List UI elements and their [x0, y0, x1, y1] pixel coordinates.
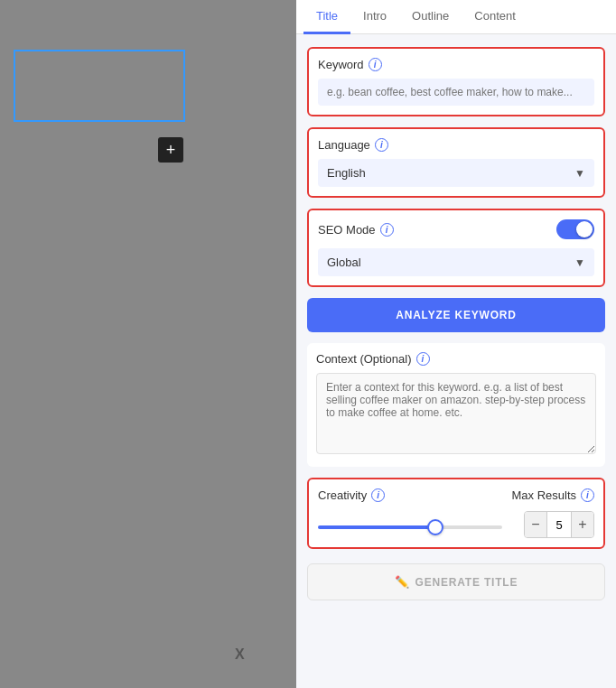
max-results-info-icon[interactable]: i — [581, 488, 594, 502]
context-textarea[interactable] — [316, 373, 596, 454]
seo-scope-value: Global — [327, 256, 361, 269]
chevron-down-icon: ▼ — [574, 256, 585, 269]
language-info-icon[interactable]: i — [375, 138, 388, 152]
left-panel: + X — [0, 0, 296, 688]
add-button[interactable]: + — [158, 137, 183, 163]
keyword-label: Keyword i — [318, 58, 594, 71]
tab-bar: Title Intro Outline Content — [296, 0, 616, 34]
creativity-slider-container — [318, 516, 502, 533]
seo-mode-row: SEO Mode i — [318, 219, 594, 239]
max-results-label: Max Results i — [511, 488, 594, 502]
creativity-label: Creativity i — [318, 488, 385, 502]
max-results-stepper: − + — [524, 511, 594, 538]
tab-outline[interactable]: Outline — [399, 0, 462, 34]
context-section: Context (Optional) i — [307, 343, 605, 467]
seo-scope-dropdown[interactable]: Global ▼ — [318, 248, 594, 276]
toggle-knob — [576, 221, 593, 237]
tab-content[interactable]: Content — [462, 0, 528, 34]
stepper-minus-button[interactable]: − — [525, 512, 546, 537]
stepper-value-input[interactable] — [546, 512, 572, 537]
context-info-icon[interactable]: i — [416, 352, 430, 366]
bottom-controls: − + — [318, 511, 594, 538]
chevron-down-icon: ▼ — [574, 167, 585, 180]
language-dropdown[interactable]: English ▼ — [318, 159, 594, 187]
creativity-section: Creativity i Max Results i − + — [307, 478, 605, 549]
generate-title-label: GENERATE TITLE — [415, 576, 518, 589]
x-label: X — [235, 646, 245, 663]
language-section: Language i English ▼ — [307, 127, 605, 198]
seo-mode-label: SEO Mode i — [318, 223, 394, 237]
creativity-slider[interactable] — [318, 525, 502, 529]
keyword-input[interactable] — [318, 79, 594, 106]
right-panel: Title Intro Outline Content Keyword i La… — [296, 0, 616, 688]
stepper-plus-button[interactable]: + — [572, 512, 593, 537]
language-label: Language i — [318, 138, 594, 152]
tab-intro[interactable]: Intro — [350, 0, 399, 34]
seo-mode-info-icon[interactable]: i — [380, 223, 394, 237]
keyword-info-icon[interactable]: i — [369, 58, 382, 71]
creativity-info-icon[interactable]: i — [371, 488, 385, 502]
seo-mode-toggle[interactable] — [556, 219, 594, 239]
canvas-box — [14, 50, 185, 122]
tab-title[interactable]: Title — [303, 0, 350, 34]
context-label: Context (Optional) i — [316, 352, 596, 366]
creativity-max-row: Creativity i Max Results i — [318, 488, 594, 502]
generate-icon: ✏️ — [395, 575, 410, 589]
analyze-keyword-button[interactable]: ANALYZE KEYWORD — [307, 298, 605, 332]
panel-content: Keyword i Language i English ▼ SEO Mode … — [296, 34, 616, 613]
language-value: English — [327, 166, 366, 180]
keyword-section: Keyword i — [307, 47, 605, 116]
seo-mode-section: SEO Mode i Global ▼ — [307, 209, 605, 287]
generate-title-button[interactable]: ✏️ GENERATE TITLE — [307, 563, 605, 600]
